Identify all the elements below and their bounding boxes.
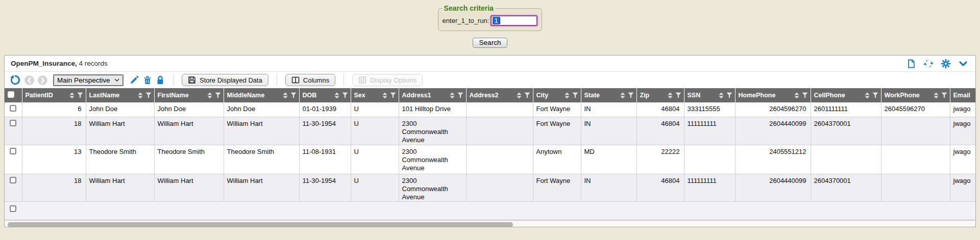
enter-1-to-run-input[interactable]: 1 [491, 15, 537, 26]
cell-city: Fort Wayne [533, 174, 581, 201]
col-header-select[interactable] [5, 88, 22, 102]
data-grid: PatientIDLastNameFirstNameMiddleNameDOBS… [5, 88, 975, 202]
filter-icon[interactable] [675, 92, 681, 98]
cell-dob: 11-08-1931 [299, 145, 351, 174]
sort-icon[interactable] [620, 92, 625, 99]
filter-icon[interactable] [457, 92, 463, 98]
store-displayed-data-button[interactable]: Store Displayed Data [182, 74, 268, 86]
sort-icon[interactable] [668, 92, 673, 99]
sort-icon[interactable] [334, 92, 339, 99]
filter-icon[interactable] [726, 92, 732, 98]
col-header-email[interactable]: Email [950, 88, 975, 102]
col-header-state[interactable]: State [581, 88, 636, 102]
display-options-button[interactable]: Display Options [352, 74, 423, 86]
sort-icon[interactable] [207, 92, 212, 99]
cell-first_name: William Hart [154, 174, 224, 201]
refresh-icon[interactable] [923, 59, 934, 69]
horizontal-scrollbar[interactable] [5, 220, 975, 228]
record-count: 4 records [79, 60, 108, 67]
col-header-first_name[interactable]: FirstName [154, 88, 224, 102]
filter-icon[interactable] [342, 92, 348, 98]
cell-cell_phone: 2601111111 [811, 102, 881, 117]
col-header-last_name[interactable]: LastName [86, 88, 154, 102]
cell-ssn [684, 145, 735, 174]
cell-address1: 2300 Commonwealth Avenue [399, 174, 466, 201]
col-header-dob[interactable]: DOB [299, 88, 351, 102]
grid-body: 6John DoeJohn DoeJohn Doe01-01-1939U101 … [5, 102, 975, 201]
gear-icon[interactable] [941, 59, 951, 69]
filter-icon[interactable] [628, 92, 634, 98]
col-header-patient_id[interactable]: PatientID [22, 88, 86, 102]
col-header-address2[interactable]: Address2 [466, 88, 533, 102]
filter-icon[interactable] [215, 92, 221, 98]
col-header-ssn[interactable]: SSN [684, 88, 735, 102]
prev-circle-icon[interactable] [24, 75, 34, 85]
new-document-icon[interactable] [906, 59, 916, 69]
sort-icon[interactable] [138, 92, 143, 99]
cell-email: jwago [950, 174, 975, 201]
cell-address2 [466, 117, 533, 145]
sort-icon[interactable] [517, 92, 522, 99]
cell-work_phone: 26045596270 [881, 102, 950, 117]
trash-icon[interactable] [143, 75, 152, 85]
cell-cell_phone [811, 145, 881, 174]
filter-icon[interactable] [872, 92, 878, 98]
col-header-city[interactable]: City [533, 88, 581, 102]
row-checkbox[interactable] [10, 105, 16, 112]
cell-work_phone [881, 145, 950, 174]
col-header-sex[interactable]: Sex [351, 88, 399, 102]
cell-first_name: Theodore Smith [154, 145, 224, 174]
filter-icon[interactable] [524, 92, 530, 98]
sort-icon[interactable] [69, 92, 75, 99]
filter-icon[interactable] [802, 92, 808, 98]
cell-cell_phone: 2604370001 [811, 174, 881, 201]
toolbar-divider [344, 74, 344, 86]
lock-icon[interactable] [156, 75, 165, 85]
filter-icon[interactable] [290, 92, 297, 98]
filter-icon[interactable] [77, 92, 83, 98]
cell-address2 [466, 174, 533, 201]
cell-sex: U [351, 174, 399, 201]
undo-icon[interactable] [10, 74, 21, 86]
sort-icon[interactable] [450, 92, 455, 99]
sort-icon[interactable] [934, 92, 939, 99]
sort-icon[interactable] [283, 92, 288, 99]
sort-icon[interactable] [794, 92, 799, 99]
col-header-cell_phone[interactable]: CellPhone [811, 88, 881, 102]
col-header-zip[interactable]: Zip [636, 88, 684, 102]
columns-button[interactable]: Columns [285, 74, 335, 86]
row-checkbox[interactable] [10, 205, 16, 212]
filter-icon[interactable] [941, 92, 947, 98]
filter-icon[interactable] [145, 92, 152, 98]
cell-first_name: John Doe [154, 102, 224, 117]
scrollbar-thumb[interactable] [8, 222, 513, 227]
perspective-select[interactable]: Main Perspective [53, 74, 124, 86]
cell-first_name: William Hart [154, 117, 224, 145]
chevron-down-icon[interactable] [958, 59, 968, 69]
search-button[interactable]: Search [473, 38, 508, 48]
cell-email: jwago [950, 145, 975, 174]
cell-patient_id: 18 [22, 117, 86, 145]
sort-icon[interactable] [565, 92, 570, 99]
sort-icon[interactable] [719, 92, 724, 99]
sort-icon[interactable] [382, 92, 387, 99]
cell-last_name: John Doe [86, 102, 154, 117]
next-circle-icon[interactable] [38, 75, 47, 85]
row-checkbox[interactable] [10, 177, 16, 183]
sort-icon[interactable] [865, 92, 870, 99]
row-checkbox[interactable] [10, 148, 16, 154]
cell-ssn: 111111111 [684, 174, 735, 201]
filter-icon[interactable] [390, 92, 396, 98]
col-header-address1[interactable]: Address1 [399, 88, 466, 102]
col-header-middle_name[interactable]: MiddleName [224, 88, 299, 102]
cell-address2 [466, 145, 533, 174]
cell-cell_phone: 2604370001 [811, 117, 881, 145]
select-all-checkbox[interactable] [8, 91, 14, 98]
row-checkbox[interactable] [10, 120, 16, 126]
pencil-icon[interactable] [129, 75, 139, 85]
col-header-home_phone[interactable]: HomePhone [735, 88, 811, 102]
cell-dob: 01-01-1939 [299, 102, 351, 117]
filter-icon[interactable] [572, 92, 578, 98]
cell-patient_id: 18 [22, 174, 86, 201]
col-header-work_phone[interactable]: WorkPhone [881, 88, 950, 102]
